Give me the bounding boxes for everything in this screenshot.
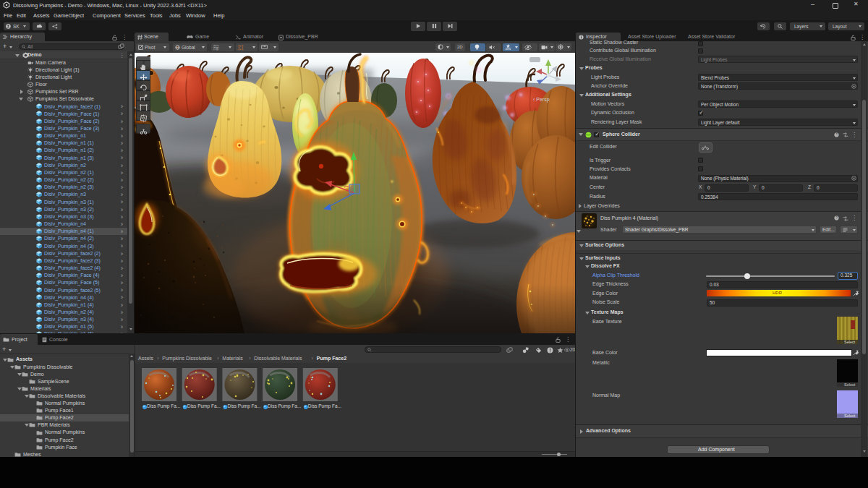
svg-text:Y: Y — [216, 47, 218, 50]
svg-text:?: ? — [835, 216, 838, 220]
svg-text:x: x — [532, 70, 534, 74]
svg-text:Select: Select — [844, 414, 856, 418]
svg-text:Select: Select — [844, 340, 856, 344]
svg-text:z: z — [532, 82, 535, 86]
svg-text:‹ Persp: ‹ Persp — [533, 97, 550, 103]
svg-text:Select: Select — [844, 382, 856, 387]
svg-text:?: ? — [835, 133, 838, 137]
